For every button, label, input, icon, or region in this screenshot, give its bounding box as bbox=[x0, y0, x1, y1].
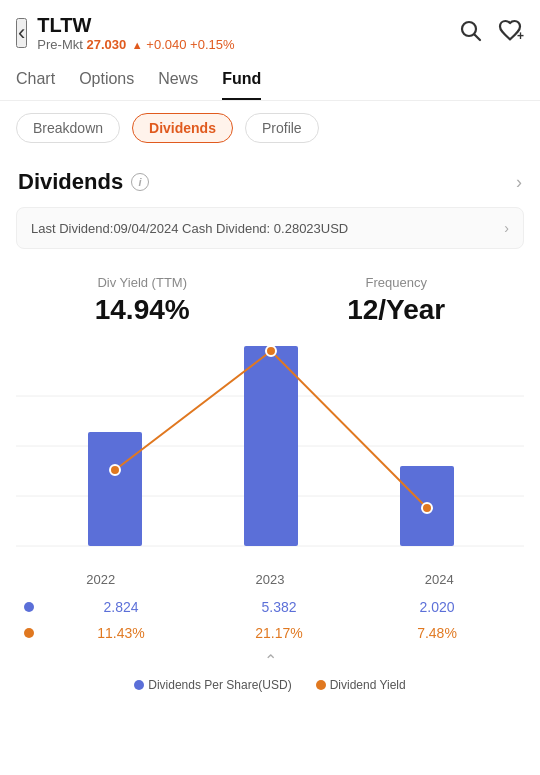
frequency-label: Frequency bbox=[347, 275, 445, 290]
tab-news[interactable]: News bbox=[158, 60, 198, 100]
dps-row: 2.824 5.382 2.020 bbox=[0, 597, 540, 617]
dy-dot bbox=[24, 628, 34, 638]
legend-dy-dot bbox=[316, 680, 326, 690]
legend-dps-dot bbox=[134, 680, 144, 690]
legend-dps: Dividends Per Share(USD) bbox=[134, 678, 291, 692]
expand-icon: ⌃ bbox=[264, 651, 277, 670]
tab-options[interactable]: Options bbox=[79, 60, 134, 100]
tab-fund[interactable]: Fund bbox=[222, 60, 261, 100]
sub-tab-dividends[interactable]: Dividends bbox=[132, 113, 233, 143]
sub-tab-breakdown[interactable]: Breakdown bbox=[16, 113, 120, 143]
stats-row: Div Yield (TTM) 14.94% Frequency 12/Year bbox=[0, 265, 540, 346]
section-title: Dividends i bbox=[18, 169, 149, 195]
ticker-info: TLTW Pre-Mkt 27.030 ▲ +0.040 +0.15% bbox=[37, 14, 234, 52]
price-change-pct: +0.15% bbox=[190, 37, 234, 52]
dy-2022: 11.43% bbox=[42, 625, 200, 641]
x-label-2022: 2022 bbox=[16, 572, 185, 587]
dividend-info-text: Last Dividend:09/04/2024 Cash Dividend: … bbox=[31, 221, 348, 236]
yield-label: Div Yield (TTM) bbox=[95, 275, 190, 290]
main-tabs: Chart Options News Fund bbox=[0, 60, 540, 101]
watchlist-icon: + bbox=[498, 18, 524, 42]
dps-dot bbox=[24, 602, 34, 612]
expand-row[interactable]: ⌃ bbox=[0, 643, 540, 674]
dy-2024: 7.48% bbox=[358, 625, 516, 641]
sub-tabs: Breakdown Dividends Profile bbox=[0, 101, 540, 155]
header: ‹ TLTW Pre-Mkt 27.030 ▲ +0.040 +0.15% bbox=[0, 0, 540, 60]
price-change: +0.040 bbox=[146, 37, 186, 52]
x-label-2023: 2023 bbox=[185, 572, 354, 587]
chart-svg bbox=[16, 346, 524, 566]
watchlist-button[interactable]: + bbox=[498, 18, 524, 48]
ticker-symbol: TLTW bbox=[37, 14, 234, 37]
svg-text:+: + bbox=[517, 29, 524, 42]
dps-2024: 2.020 bbox=[358, 599, 516, 615]
dps-2022: 2.824 bbox=[42, 599, 200, 615]
back-button[interactable]: ‹ bbox=[16, 18, 27, 48]
yield-value: 14.94% bbox=[95, 294, 190, 326]
yield-dot-2024 bbox=[422, 503, 432, 513]
yield-stat: Div Yield (TTM) 14.94% bbox=[95, 275, 190, 326]
yield-dot-2022 bbox=[110, 465, 120, 475]
dy-row: 11.43% 21.17% 7.48% bbox=[0, 623, 540, 643]
header-right: + bbox=[458, 18, 524, 48]
chart-area bbox=[0, 346, 540, 566]
frequency-stat: Frequency 12/Year bbox=[347, 275, 445, 326]
yield-dot-2023 bbox=[266, 346, 276, 356]
search-icon bbox=[458, 18, 482, 42]
info-icon[interactable]: i bbox=[131, 173, 149, 191]
dividend-info-row[interactable]: Last Dividend:09/04/2024 Cash Dividend: … bbox=[16, 207, 524, 249]
dividend-info-arrow: › bbox=[504, 220, 509, 236]
tab-chart[interactable]: Chart bbox=[16, 60, 55, 100]
bar-chart bbox=[16, 346, 524, 566]
dy-2023: 21.17% bbox=[200, 625, 358, 641]
frequency-value: 12/Year bbox=[347, 294, 445, 326]
ticker-price: Pre-Mkt 27.030 ▲ +0.040 +0.15% bbox=[37, 37, 234, 52]
search-button[interactable] bbox=[458, 18, 482, 48]
dps-2023: 5.382 bbox=[200, 599, 358, 615]
bar-2022 bbox=[88, 432, 142, 546]
x-axis-labels: 2022 2023 2024 bbox=[0, 566, 540, 587]
header-left: ‹ TLTW Pre-Mkt 27.030 ▲ +0.040 +0.15% bbox=[16, 14, 235, 52]
chevron-right-icon[interactable]: › bbox=[516, 172, 522, 193]
x-label-2024: 2024 bbox=[355, 572, 524, 587]
sub-tab-profile[interactable]: Profile bbox=[245, 113, 319, 143]
svg-line-1 bbox=[475, 35, 481, 41]
bar-2023 bbox=[244, 346, 298, 546]
legend-row: Dividends Per Share(USD) Dividend Yield bbox=[0, 674, 540, 708]
price-value: 27.030 ▲ bbox=[86, 37, 146, 52]
legend-dy: Dividend Yield bbox=[316, 678, 406, 692]
market-label: Pre-Mkt bbox=[37, 37, 83, 52]
section-header: Dividends i › bbox=[0, 155, 540, 203]
